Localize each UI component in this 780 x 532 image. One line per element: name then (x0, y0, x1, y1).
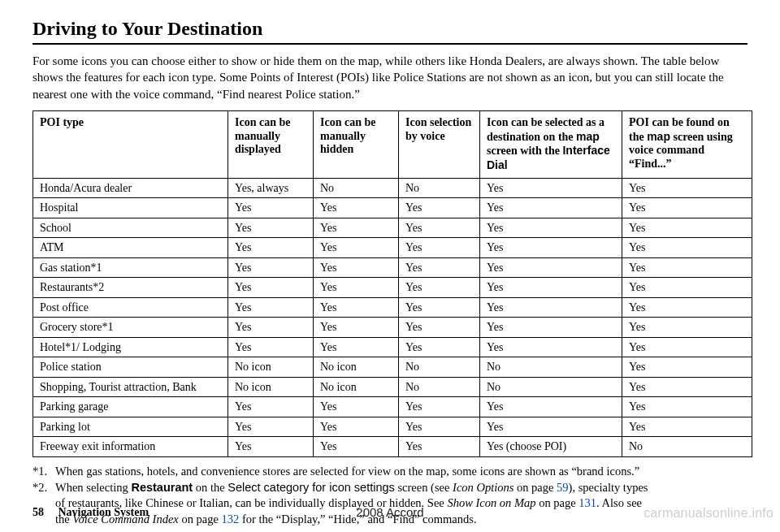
table-cell: Yes (480, 198, 622, 218)
table-row: Police stationNo iconNo iconNoNoYes (33, 357, 752, 378)
col-select-dest: Icon can be selected as a destination on… (480, 110, 622, 178)
table-cell: Yes (228, 198, 314, 218)
intro-paragraph: For some icons you can choose either to … (32, 53, 748, 102)
n2a-restaurant: Restaurant (131, 481, 193, 494)
footnote-2-label: *2. (32, 480, 55, 496)
table-cell: Yes (399, 257, 480, 278)
table-cell: Yes (228, 278, 314, 298)
table-cell: No (399, 377, 480, 397)
table-cell: Yes (314, 257, 399, 278)
table-cell: Yes (399, 198, 480, 218)
table-cell: No icon (228, 377, 314, 397)
table-cell: Freeway exit information (33, 437, 228, 457)
table-cell: Yes (480, 297, 622, 318)
footnote-1-text: When gas stations, hotels, and convenien… (55, 464, 748, 480)
table-cell: Yes (314, 337, 399, 357)
col-select-dest-mid: screen with the (487, 145, 562, 157)
table-cell: Yes (399, 417, 480, 437)
table-cell: Yes (228, 337, 314, 357)
table-cell: Yes (399, 297, 480, 318)
table-cell: Yes (choose POI) (480, 437, 622, 457)
table-cell: Yes (480, 178, 622, 198)
table-cell: Yes (399, 218, 480, 238)
table-cell: Yes (480, 238, 622, 258)
table-header-row: POI type Icon can be manually displayed … (33, 110, 752, 178)
table-cell: Yes (314, 318, 399, 338)
table-cell: Yes (480, 397, 622, 417)
table-row: Post officeYesYesYesYesYes (33, 297, 752, 318)
n2a-end: ), specialty types (569, 481, 648, 494)
table-cell: Yes (314, 198, 399, 218)
table-cell: No (399, 357, 480, 378)
table-cell: Yes (622, 218, 752, 238)
table-cell: Yes (228, 297, 314, 318)
table-cell: Yes (228, 397, 314, 417)
col-find: POI can be found on the map screen using… (622, 110, 752, 178)
table-cell: Restaurants*2 (33, 278, 228, 298)
table-row: Parking lotYesYesYesYesYes (33, 417, 752, 437)
table-body: Honda/Acura dealerYes, alwaysNoNoYesYesH… (33, 178, 752, 456)
table-cell: Honda/Acura dealer (33, 178, 228, 198)
table-cell: Yes (622, 278, 752, 298)
table-cell: Yes (399, 238, 480, 258)
footnote-2: *2. When selecting Restaurant on the Sel… (32, 480, 748, 496)
table-cell: Police station (33, 357, 228, 378)
table-row: Shopping, Tourist attraction, BankNo ico… (33, 377, 752, 397)
table-row: Hotel*1/ LodgingYesYesYesYesYes (33, 337, 752, 357)
table-cell: Yes (622, 337, 752, 357)
table-row: ATMYesYesYesYesYes (33, 238, 752, 258)
table-cell: Parking garage (33, 397, 228, 417)
table-cell: Yes (622, 357, 752, 378)
table-row: Restaurants*2YesYesYesYesYes (33, 278, 752, 298)
table-cell: Hospital (33, 198, 228, 218)
table-cell: Yes (480, 318, 622, 338)
table-cell: No icon (228, 357, 314, 378)
table-cell: Yes (399, 337, 480, 357)
n2a-page-link[interactable]: 59 (557, 481, 569, 494)
table-cell: Yes (622, 417, 752, 437)
table-cell: Gas station*1 (33, 257, 228, 278)
poi-table: POI type Icon can be manually displayed … (32, 110, 752, 457)
table-cell: Yes (480, 278, 622, 298)
table-cell: Yes (314, 397, 399, 417)
table-cell: No (622, 437, 752, 457)
table-cell: Hotel*1/ Lodging (33, 337, 228, 357)
n2a-icon-options: Icon Options (453, 481, 514, 494)
page-title: Driving to Your Destination (32, 18, 748, 40)
col-find-map: map (647, 130, 670, 143)
table-cell: Yes (228, 238, 314, 258)
table-cell: Yes (480, 337, 622, 357)
table-cell: Yes (480, 218, 622, 238)
table-cell: Yes (622, 397, 752, 417)
table-cell: Yes (622, 198, 752, 218)
table-row: Grocery store*1YesYesYesYesYes (33, 318, 752, 338)
n2a-mid3: on page (514, 481, 557, 494)
title-rule (32, 43, 748, 45)
table-cell: Grocery store*1 (33, 318, 228, 338)
table-cell: Yes (228, 437, 314, 457)
table-row: Parking garageYesYesYesYesYes (33, 397, 752, 417)
table-cell: Yes, always (228, 178, 314, 198)
table-cell: Yes (314, 437, 399, 457)
n2a-screen: Select category for icon settings (228, 481, 395, 494)
table-row: HospitalYesYesYesYesYes (33, 198, 752, 218)
table-row: Honda/Acura dealerYes, alwaysNoNoYesYes (33, 178, 752, 198)
table-cell: No (480, 377, 622, 397)
footnote-2-line-a: When selecting Restaurant on the Select … (55, 480, 748, 496)
table-cell: Yes (314, 417, 399, 437)
table-row: SchoolYesYesYesYesYes (33, 218, 752, 238)
footnote-1-label: *1. (32, 464, 55, 480)
table-cell: Yes (399, 318, 480, 338)
n2a-mid2: screen (see (395, 481, 453, 494)
table-cell: Yes (480, 257, 622, 278)
table-cell: Yes (228, 218, 314, 238)
table-row: Gas station*1YesYesYesYesYes (33, 257, 752, 278)
col-manual-hide: Icon can be manually hidden (314, 110, 399, 178)
table-cell: Yes (622, 297, 752, 318)
table-cell: No icon (314, 377, 399, 397)
table-cell: Yes (480, 417, 622, 437)
table-cell: Yes (622, 318, 752, 338)
table-cell: Yes (228, 318, 314, 338)
table-cell: ATM (33, 238, 228, 258)
watermark: carmanualsonline.info (644, 506, 774, 521)
